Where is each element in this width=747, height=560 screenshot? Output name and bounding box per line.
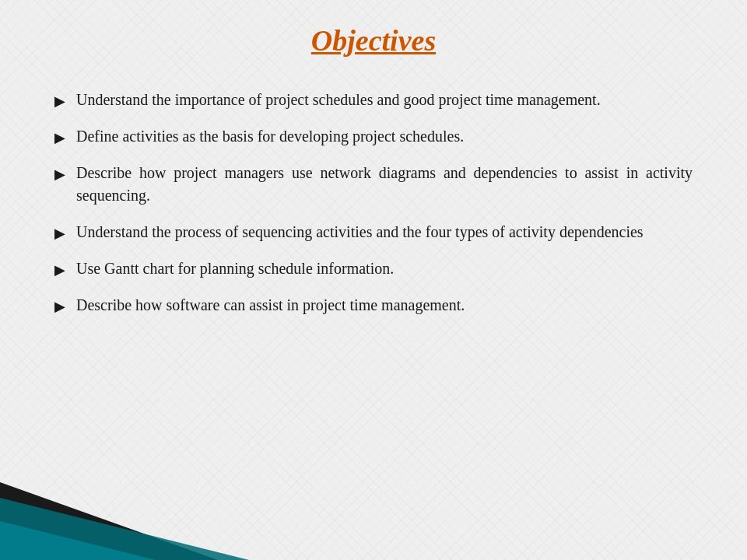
page-title: Objectives: [311, 23, 436, 58]
bullet-text-6: Describe how software can assist in proj…: [76, 294, 693, 317]
bullet-item-2: ▶Define activities as the basis for deve…: [54, 125, 693, 148]
bullet-arrow-icon: ▶: [54, 164, 65, 184]
bullet-arrow-icon: ▶: [54, 223, 65, 243]
bullet-item-6: ▶Describe how software can assist in pro…: [54, 294, 693, 317]
bullet-text-4: Understand the process of sequencing act…: [76, 221, 693, 243]
content-wrapper: Objectives ▶Understand the importance of…: [0, 0, 747, 560]
bullet-text-5: Use Gantt chart for planning schedule in…: [76, 257, 693, 280]
bullet-text-2: Define activities as the basis for devel…: [76, 125, 693, 148]
bullet-item-1: ▶Understand the importance of project sc…: [54, 89, 693, 111]
bullet-item-5: ▶Use Gantt chart for planning schedule i…: [54, 257, 693, 280]
bullet-arrow-icon: ▶: [54, 296, 65, 317]
bullet-item-3: ▶Describe how project managers use netwo…: [54, 162, 693, 207]
bullet-text-3: Describe how project managers use networ…: [76, 162, 693, 207]
objectives-list: ▶Understand the importance of project sc…: [54, 89, 693, 331]
bullet-arrow-icon: ▶: [54, 128, 65, 148]
bullet-text-1: Understand the importance of project sch…: [76, 89, 693, 111]
bullet-arrow-icon: ▶: [54, 260, 65, 280]
bullet-item-4: ▶Understand the process of sequencing ac…: [54, 221, 693, 243]
bullet-arrow-icon: ▶: [54, 91, 65, 111]
